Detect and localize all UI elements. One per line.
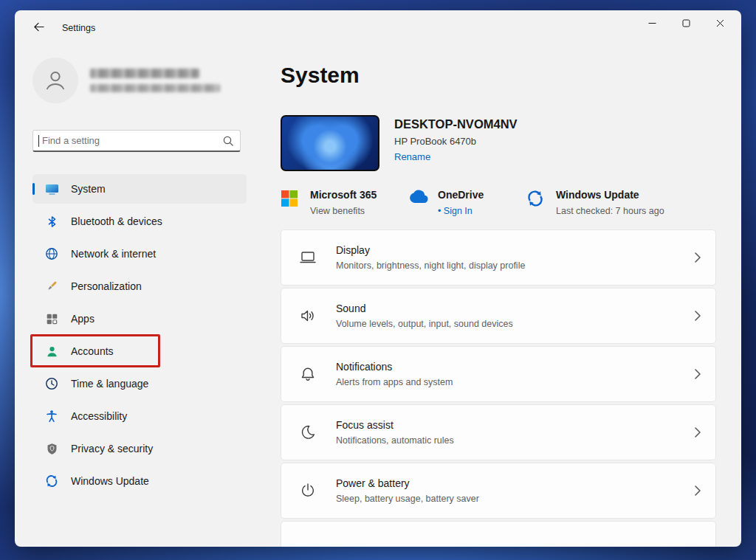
user-email-blurred [90,84,220,92]
avatar [32,58,78,103]
app-title: Settings [62,23,95,33]
sidebar-item-label: Accounts [71,345,114,357]
row-subtitle: Monitors, brightness, night light, displ… [336,260,686,271]
bluetooth-icon [44,214,59,229]
title-bar: Settings [15,10,741,46]
chevron-right-icon [695,427,701,438]
device-card: DESKTOP-NVOM4NV HP ProBook 6470b Rename [281,115,716,171]
quick-link-title: Windows Update [556,189,664,201]
sidebar-item-privacy-security[interactable]: Privacy & security [32,434,247,463]
chevron-right-icon [695,369,701,379]
settings-window: Settings [15,10,741,547]
maximize-button[interactable] [669,10,703,37]
back-button[interactable] [27,17,50,39]
close-icon [716,18,724,30]
row-subtitle: Alerts from apps and system [336,377,686,387]
sidebar-item-label: Bluetooth & devices [71,215,162,227]
accessibility-icon [44,409,59,424]
quick-link-text: Windows Update Last checked: 7 hours ago [556,189,664,216]
onedrive-icon [408,190,429,204]
sidebar-item-time-language[interactable]: Time & language [32,369,247,398]
windows-update-icon [526,190,547,207]
quick-link-title: Microsoft 365 [310,189,377,201]
sidebar: System Bluetooth & devices Network & int… [32,46,251,499]
accounts-icon [44,344,59,359]
sidebar-item-label: Network & internet [71,248,156,260]
user-name-blurred [90,69,199,78]
sidebar-item-bluetooth-devices[interactable]: Bluetooth & devices [32,207,247,236]
text-cursor [38,135,39,147]
quick-link-text: OneDrive • Sign In [438,189,484,216]
minimize-icon [648,18,656,30]
last-checked-status: Last checked: 7 hours ago [556,206,664,216]
settings-row-sound[interactable]: Sound Volume levels, output, input, soun… [281,288,716,344]
row-text: Focus assist Notifications, automatic ru… [336,419,686,446]
search-icon [223,136,233,149]
row-title: Sound [336,303,686,314]
sidebar-item-label: Windows Update [71,475,149,487]
settings-row-display[interactable]: Display Monitors, brightness, night ligh… [281,229,716,286]
row-title: Notifications [336,361,686,373]
user-account-area[interactable] [32,58,251,103]
apps-icon [44,311,59,326]
window-controls [635,10,737,37]
settings-row-notifications[interactable]: Notifications Alerts from apps and syste… [281,346,716,402]
quick-link-onedrive: OneDrive • Sign In [408,189,526,216]
minimize-button[interactable] [635,10,669,37]
row-text: Notifications Alerts from apps and syste… [336,361,686,387]
rename-link[interactable]: Rename [394,151,430,162]
quick-links: Microsoft 365 View benefits OneDrive • S… [281,189,716,216]
sidebar-item-label: Time & language [71,378,148,390]
clock-icon [44,376,59,391]
sidebar-item-label: System [71,183,106,195]
sidebar-item-accounts[interactable]: Accounts [32,336,247,366]
settings-row-power-battery[interactable]: Power & battery Sleep, battery usage, ba… [281,463,716,519]
quick-link-text: Microsoft 365 View benefits [310,189,377,216]
desktop-wallpaper: Settings [0,0,756,560]
settings-rows: Display Monitors, brightness, night ligh… [281,229,716,547]
notifications-bell-icon [299,365,318,383]
sound-icon [299,307,318,325]
personalization-icon [44,279,59,294]
view-benefits-link[interactable]: View benefits [310,206,377,216]
sign-in-link[interactable]: • Sign In [438,206,484,216]
sidebar-item-label: Accessibility [71,410,127,422]
system-icon [44,182,59,196]
sidebar-item-label: Privacy & security [71,443,153,454]
sidebar-item-windows-update[interactable]: Windows Update [32,466,247,496]
focus-assist-moon-icon [299,424,318,441]
sidebar-item-system[interactable]: System [32,174,247,204]
microsoft-365-icon [281,190,301,207]
page-title: System [281,62,716,89]
sidebar-item-accessibility[interactable]: Accessibility [32,401,247,431]
search-box [32,130,241,152]
close-button[interactable] [703,10,737,37]
selected-accent-bar [32,183,35,195]
chevron-right-icon [695,485,701,496]
back-arrow-icon [33,21,44,35]
row-title: Display [336,244,686,256]
quick-link-windows-update: Windows Update Last checked: 7 hours ago [526,189,664,216]
sidebar-item-apps[interactable]: Apps [32,304,247,333]
row-subtitle: Volume levels, output, input, sound devi… [336,319,686,329]
device-name: DESKTOP-NVOM4NV [394,117,518,131]
quick-link-title: OneDrive [438,189,484,201]
shield-icon [44,441,59,456]
power-icon [299,482,318,499]
row-text: Power & battery Sleep, battery usage, ba… [336,477,686,504]
settings-row-partial[interactable] [281,521,716,547]
row-text: Sound Volume levels, output, input, soun… [336,303,686,329]
search-input[interactable] [32,130,241,152]
chevron-right-icon [695,311,701,321]
windows-update-icon [44,474,59,488]
maximize-icon [682,18,690,30]
row-title: Focus assist [336,419,686,431]
display-icon [299,249,318,266]
network-icon [44,246,59,261]
settings-row-focus-assist[interactable]: Focus assist Notifications, automatic ru… [281,404,716,460]
row-title: Power & battery [336,477,686,489]
sidebar-item-label: Personalization [71,280,142,292]
sidebar-item-personalization[interactable]: Personalization [32,272,247,301]
sidebar-item-label: Apps [71,313,94,325]
sidebar-item-network-internet[interactable]: Network & internet [32,239,247,269]
